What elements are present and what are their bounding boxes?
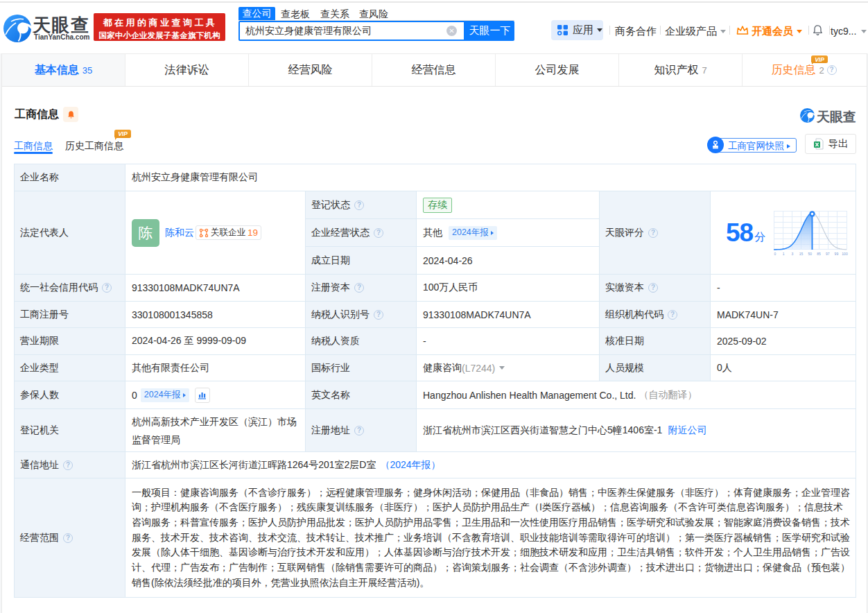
svg-text:100: 100 [842, 252, 848, 256]
svg-text:1: 1 [783, 252, 785, 256]
svg-text:0: 0 [774, 252, 776, 256]
svg-text:50: 50 [808, 252, 813, 256]
svg-text:97: 97 [826, 252, 830, 256]
svg-text:3: 3 [792, 252, 794, 256]
svg-text:85: 85 [817, 252, 821, 256]
svg-text:99: 99 [835, 252, 839, 256]
svg-text:15: 15 [799, 252, 804, 256]
